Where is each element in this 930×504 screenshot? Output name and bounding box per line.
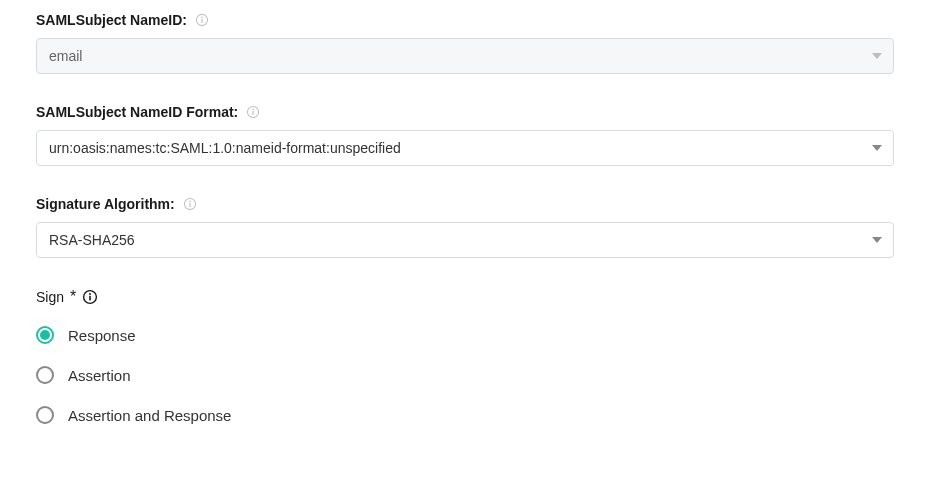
info-icon[interactable] (183, 197, 197, 211)
svg-point-10 (89, 293, 91, 295)
field-nameid-label-row: SAMLSubject NameID: (36, 12, 894, 28)
radio-button (36, 406, 54, 424)
field-signature-algorithm-label: Signature Algorithm: (36, 196, 175, 212)
field-nameid-format-label-row: SAMLSubject NameID Format: (36, 104, 894, 120)
sign-option-response[interactable]: Response (36, 326, 894, 344)
field-signature-algorithm-label-row: Signature Algorithm: (36, 196, 894, 212)
nameid-format-select-wrap: urn:oasis:names:tc:SAML:1.0:nameid-forma… (36, 130, 894, 166)
field-nameid: SAMLSubject NameID: email (36, 12, 894, 74)
sign-group: Sign * Response Assertion Assertion and … (36, 288, 894, 424)
required-asterisk: * (70, 288, 76, 306)
field-nameid-format-label: SAMLSubject NameID Format: (36, 104, 238, 120)
signature-algorithm-select-value: RSA-SHA256 (49, 232, 135, 248)
nameid-format-select[interactable]: urn:oasis:names:tc:SAML:1.0:nameid-forma… (36, 130, 894, 166)
svg-rect-11 (89, 296, 91, 301)
svg-rect-5 (253, 111, 254, 115)
radio-label: Response (68, 327, 136, 344)
svg-point-7 (189, 201, 191, 203)
radio-button (36, 326, 54, 344)
svg-point-4 (252, 109, 254, 111)
nameid-format-select-value: urn:oasis:names:tc:SAML:1.0:nameid-forma… (49, 140, 401, 156)
nameid-select-wrap: email (36, 38, 894, 74)
info-icon[interactable] (195, 13, 209, 27)
sign-label-row: Sign * (36, 288, 894, 306)
info-icon[interactable] (82, 289, 98, 305)
radio-label: Assertion and Response (68, 407, 231, 424)
nameid-select[interactable]: email (36, 38, 894, 74)
sign-option-assertion-and-response[interactable]: Assertion and Response (36, 406, 894, 424)
nameid-select-value: email (49, 48, 82, 64)
sign-radio-list: Response Assertion Assertion and Respons… (36, 326, 894, 424)
svg-rect-2 (201, 19, 202, 23)
sign-option-assertion[interactable]: Assertion (36, 366, 894, 384)
radio-button (36, 366, 54, 384)
radio-label: Assertion (68, 367, 131, 384)
signature-algorithm-select-wrap: RSA-SHA256 (36, 222, 894, 258)
signature-algorithm-select[interactable]: RSA-SHA256 (36, 222, 894, 258)
field-nameid-label: SAMLSubject NameID: (36, 12, 187, 28)
field-nameid-format: SAMLSubject NameID Format: urn:oasis:nam… (36, 104, 894, 166)
svg-point-1 (201, 17, 203, 19)
field-signature-algorithm: Signature Algorithm: RSA-SHA256 (36, 196, 894, 258)
sign-label: Sign (36, 289, 64, 305)
svg-rect-8 (189, 203, 190, 207)
info-icon[interactable] (246, 105, 260, 119)
